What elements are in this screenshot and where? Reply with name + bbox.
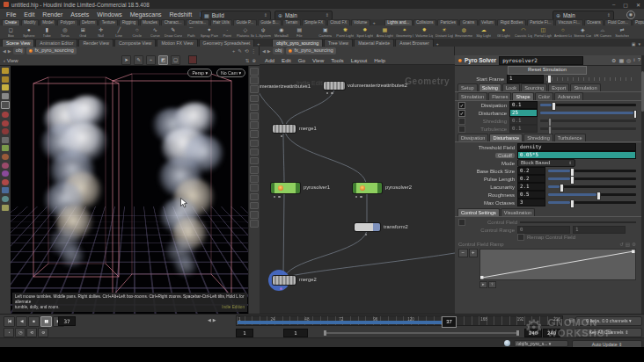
minimize-button[interactable]: – [612, 2, 615, 8]
view-option-icon[interactable] [250, 193, 259, 201]
history-icon[interactable]: ⟲ [245, 48, 249, 54]
shelf-tool[interactable]: · Point [218, 25, 237, 39]
shelf-tab[interactable]: Lights and... [384, 19, 413, 25]
view-option-icon[interactable] [250, 175, 259, 183]
viewport-tool-icon[interactable] [2, 76, 9, 83]
shelf-tool[interactable]: ⇄ Switcher [612, 25, 633, 39]
tab-dissipation[interactable]: Dissipation [457, 134, 488, 141]
max-octaves-slider[interactable] [548, 201, 636, 204]
shelf-tab[interactable]: Constra... [186, 19, 209, 25]
shelf-tab[interactable]: Oceans [584, 19, 604, 25]
view-camera-selector[interactable]: No Cam ▾ [216, 69, 245, 77]
control-field-ramp[interactable]: − + [458, 249, 636, 280]
add-icon[interactable]: + [232, 48, 235, 54]
tab-turbulence[interactable]: Turbulence [554, 134, 586, 141]
network-menu-item[interactable]: Tools [331, 57, 343, 63]
tab-shredding[interactable]: Shredding [523, 134, 553, 141]
view-option-icon[interactable] [250, 104, 259, 112]
maximize-button[interactable]: ▢ [623, 2, 628, 8]
view-option-icon[interactable] [250, 112, 259, 120]
network-menu-item[interactable]: Layout [351, 57, 368, 63]
shelf-tab[interactable]: Cloud FX [327, 19, 350, 25]
view-option-icon[interactable] [250, 140, 259, 148]
shelf-tab[interactable]: Muscles [140, 19, 161, 25]
back-icon[interactable]: ◀ [262, 48, 266, 54]
menu-item[interactable]: File [6, 11, 16, 18]
forward-icon[interactable]: ▶ [267, 48, 271, 54]
shelf-tab[interactable]: Particle Fl... [527, 19, 554, 25]
shelf-tab[interactable]: Polygon [57, 19, 77, 25]
control-field-checkbox[interactable] [458, 219, 465, 226]
shelf-tool[interactable]: ○ Circle [128, 25, 147, 39]
tab-color[interactable]: Color [535, 92, 553, 100]
view-option-icon[interactable] [250, 68, 259, 76]
playback-range-start-field[interactable]: 1 [283, 329, 308, 337]
next-key-icon[interactable]: ▶ [213, 317, 216, 322]
edit-icon[interactable]: ✎ [238, 48, 242, 54]
sculpt-icon[interactable] [2, 163, 9, 169]
tab-advanced[interactable]: Advanced [554, 92, 583, 100]
current-path-chip[interactable]: /obj/fx_pyro_s... ▾ [514, 340, 568, 347]
view-option-icon[interactable] [250, 76, 259, 84]
network-menu-item[interactable]: Edit [282, 57, 291, 63]
node-name-field[interactable]: pyrosolver2 [499, 56, 583, 65]
pulse-length-slider[interactable] [548, 177, 636, 180]
gear-icon[interactable]: ⚙ [632, 242, 636, 247]
global-range-end-field[interactable]: 240 [543, 329, 560, 337]
shelf-tool[interactable]: ∿ Curve [146, 25, 165, 39]
pane-tab[interactable]: Tree View [324, 39, 353, 47]
path-node-chip[interactable]: fx_pyro_sourcing [26, 47, 76, 54]
tab-sourcing[interactable]: Sourcing [521, 83, 547, 91]
shelf-tab[interactable]: Charact... [161, 19, 185, 25]
layout-split-icon[interactable]: ⇅ [245, 58, 250, 63]
shredding-checkbox[interactable] [458, 118, 465, 125]
pane-tab[interactable]: Render View [78, 39, 113, 47]
ramp-flip-icon[interactable]: ⫯ [488, 281, 496, 288]
start-frame-field[interactable]: 1 [507, 75, 544, 83]
view-persp-selector[interactable]: Persp ▾ [187, 69, 212, 77]
add-key-button[interactable]: + [469, 249, 479, 257]
shelf-tool[interactable]: ☀ Distant Light [435, 25, 455, 39]
menu-item[interactable]: Megascans [130, 11, 162, 18]
network-menu-item[interactable]: Go [298, 57, 305, 63]
shelf-tool[interactable]: ✦ Spray Paint [201, 25, 219, 39]
move-tool-icon[interactable] [1, 101, 10, 109]
shelf-tool[interactable]: ● GI Light [494, 25, 514, 39]
shelf-tool[interactable]: ◉ Metaball [273, 25, 291, 39]
node-label[interactable]: transform2 [384, 224, 408, 229]
node-label[interactable]: merge2 [299, 277, 317, 282]
control-range-max-field[interactable]: 1 [573, 226, 626, 235]
node-pyrosolver2[interactable] [353, 183, 382, 193]
disturbance-checkbox[interactable]: ✓ [458, 110, 465, 117]
menu-item[interactable]: Render [42, 11, 62, 18]
shelf-tab[interactable]: Create [2, 19, 20, 25]
ramp-presets-icon[interactable]: ▤ [626, 242, 630, 247]
back-icon[interactable]: ◀ [3, 48, 6, 54]
menu-item[interactable]: Redshift [170, 11, 193, 18]
shelf-tool[interactable]: ▦ Area Light [375, 25, 395, 39]
shelf-tab[interactable]: Grains [459, 19, 477, 25]
menu-item[interactable]: Assets [70, 11, 89, 18]
network-menu-item[interactable]: View [312, 57, 324, 63]
ramp-graph[interactable] [479, 249, 636, 280]
disturbance-slider[interactable] [540, 112, 636, 114]
tab-look[interactable]: Look [502, 83, 520, 91]
playback-range-end-field[interactable]: 240 [524, 329, 542, 337]
keyframe-list-icon[interactable]: ▤ [569, 317, 574, 322]
ocean-icon[interactable] [2, 196, 9, 202]
cutoff-field[interactable]: 0.05*5 [517, 151, 636, 160]
tab-simulation[interactable]: Simulation [570, 83, 600, 91]
pane-tab[interactable]: Asset Browser [395, 39, 433, 47]
path-root-chip[interactable]: obj [273, 47, 285, 54]
render-flag-icon[interactable] [188, 55, 197, 64]
shelf-tool[interactable]: ⌓ VR Camera [593, 25, 613, 39]
max-octaves-field[interactable]: 3 [517, 199, 545, 207]
paint-icon[interactable] [2, 154, 9, 160]
shelf-tool[interactable]: ◻ Box [2, 25, 20, 39]
dynamics-icon[interactable] [2, 187, 9, 193]
lacunarity-slider[interactable] [548, 185, 636, 188]
view-option-icon[interactable] [250, 220, 259, 228]
shelf-tool[interactable]: ⌒ Path [182, 25, 201, 39]
dissipation-slider[interactable] [540, 104, 636, 106]
tab-simulation[interactable]: Simulation [457, 92, 487, 100]
